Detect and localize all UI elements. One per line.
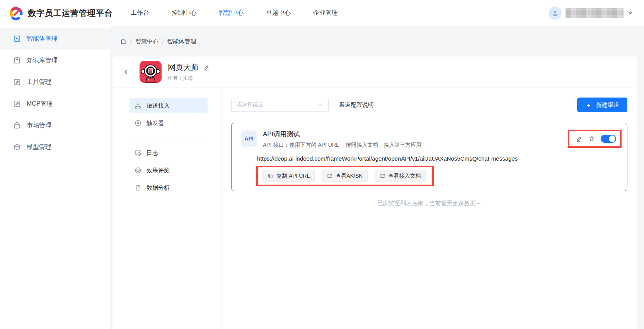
topnav-item-workbench[interactable]: 工作台 bbox=[131, 9, 149, 17]
copy-api-url-button[interactable]: 复制 API URL bbox=[262, 170, 315, 182]
list-end-note: 已浏览至列表底部，当前暂无更多数据～ bbox=[231, 200, 627, 207]
submenu-item-trigger[interactable]: 触发器 bbox=[129, 116, 208, 130]
sidebar-item-tool-management[interactable]: 工具管理 bbox=[0, 71, 110, 93]
chevron-down-icon bbox=[318, 102, 324, 108]
external-link-icon bbox=[380, 173, 385, 179]
brand: 数字员工运营管理平台 bbox=[9, 5, 113, 21]
new-channel-button-label: 新建渠道 bbox=[596, 101, 619, 109]
channel-enable-toggle[interactable] bbox=[601, 135, 616, 143]
external-link-icon bbox=[327, 173, 332, 179]
main-panel: 网页大师 作者：拓海 bbox=[112, 57, 637, 329]
api-badge: API bbox=[241, 130, 257, 147]
knowledge-icon bbox=[13, 57, 21, 64]
top-bar: 数字员工运营管理平台 工作台 控制中心 智慧中心 卓越中心 企业管理 bbox=[0, 0, 644, 26]
agent-name: 网页大师 bbox=[168, 62, 199, 73]
eval-icon bbox=[135, 167, 141, 174]
channel-select-placeholder: 请选择渠道 bbox=[236, 101, 318, 108]
channel-submenu: 渠道接入 触发器 bbox=[112, 87, 221, 329]
topnav-item-wisdom-center[interactable]: 智慧中心 bbox=[219, 9, 244, 17]
model-icon bbox=[13, 143, 21, 151]
sidebar-item-knowledge-base[interactable]: 知识库管理 bbox=[0, 50, 110, 71]
submenu-divider bbox=[129, 137, 208, 137]
channel-card-description: API 接口：使用下方的 API URL ，按照接入文档，接入第三方应用 bbox=[263, 142, 421, 149]
app-title: 数字员工运营管理平台 bbox=[28, 8, 113, 19]
chevron-down-icon bbox=[627, 10, 633, 16]
agent-icon bbox=[13, 35, 21, 43]
tool-icon bbox=[13, 78, 21, 86]
card-actions-annotation-box bbox=[568, 130, 622, 148]
sidebar-item-agent-management[interactable]: 智能体管理 bbox=[0, 28, 110, 50]
breadcrumb: / 智慧中心 / 智能体管理 bbox=[112, 26, 637, 57]
back-button[interactable] bbox=[123, 69, 129, 75]
channel-main: 请选择渠道 渠道配置说明 ＋ 新建渠道 bbox=[221, 87, 637, 329]
log-icon bbox=[135, 149, 141, 156]
submenu-item-logs[interactable]: 日志 bbox=[129, 146, 208, 160]
sidebar-item-label: 市场管理 bbox=[27, 122, 51, 130]
view-ak-sk-label: 查看AK/SK bbox=[336, 173, 362, 180]
toolbar-divider bbox=[334, 100, 334, 110]
user-avatar bbox=[549, 7, 562, 20]
top-nav: 工作台 控制中心 智慧中心 卓越中心 企业管理 bbox=[131, 9, 338, 17]
agent-header: 网页大师 作者：拓海 bbox=[112, 57, 637, 87]
submenu-item-channel-access[interactable]: 渠道接入 bbox=[129, 98, 208, 113]
market-icon bbox=[13, 122, 21, 129]
new-channel-button[interactable]: ＋ 新建渠道 bbox=[577, 98, 627, 112]
sidebar-item-label: 知识库管理 bbox=[27, 57, 58, 65]
user-menu[interactable] bbox=[549, 7, 633, 20]
content-area: / 智慧中心 / 智能体管理 bbox=[110, 26, 644, 329]
mcp-icon bbox=[13, 100, 21, 108]
sidebar-item-market-management[interactable]: 市场管理 bbox=[0, 115, 110, 136]
topnav-item-enterprise[interactable]: 企业管理 bbox=[313, 9, 338, 17]
sidebar-item-mcp-management[interactable]: MCP管理 bbox=[0, 93, 110, 115]
home-icon[interactable] bbox=[120, 38, 127, 45]
channel-select[interactable]: 请选择渠道 bbox=[231, 98, 329, 112]
view-access-doc-button[interactable]: 查看接入文档 bbox=[375, 170, 426, 182]
submenu-item-label: 效果评测 bbox=[147, 167, 170, 174]
plus-icon: ＋ bbox=[585, 102, 592, 108]
api-channel-card: API API调用测试 API 接口：使用下方的 API URL ，按照接入文档… bbox=[231, 123, 627, 191]
copy-icon bbox=[267, 173, 273, 179]
sidebar-item-model-management[interactable]: 模型管理 bbox=[0, 136, 110, 158]
person-icon bbox=[551, 9, 559, 17]
user-name-masked bbox=[566, 8, 624, 18]
edit-channel-button[interactable] bbox=[576, 135, 583, 142]
submenu-item-label: 日志 bbox=[147, 149, 158, 157]
delete-channel-button[interactable] bbox=[588, 135, 595, 142]
channel-card-title: API调用测试 bbox=[263, 130, 421, 139]
sidebar-item-label: MCP管理 bbox=[27, 100, 53, 108]
app-logo-icon bbox=[9, 5, 24, 21]
copy-api-url-label: 复制 API URL bbox=[276, 173, 310, 180]
breadcrumb-item-wisdom-center[interactable]: 智慧中心 bbox=[135, 38, 158, 45]
breadcrumb-item-agent-management: 智能体管理 bbox=[167, 38, 196, 45]
sidebar-item-label: 模型管理 bbox=[27, 143, 51, 151]
submenu-item-label: 渠道接入 bbox=[147, 102, 170, 110]
sidebar-item-label: 工具管理 bbox=[27, 78, 51, 86]
submenu-item-label: 数据分析 bbox=[147, 184, 170, 192]
submenu-item-evaluation[interactable]: 效果评测 bbox=[129, 163, 208, 178]
submenu-item-label: 触发器 bbox=[147, 120, 164, 127]
sidebar-item-label: 智能体管理 bbox=[27, 35, 58, 43]
topnav-item-excellence-center[interactable]: 卓越中心 bbox=[266, 9, 291, 17]
topnav-item-control-center[interactable]: 控制中心 bbox=[172, 9, 196, 17]
submenu-item-data-analysis[interactable]: 数据分析 bbox=[129, 180, 208, 195]
channel-toolbar: 请选择渠道 渠道配置说明 ＋ 新建渠道 bbox=[231, 98, 627, 112]
breadcrumb-separator: / bbox=[130, 38, 132, 45]
channel-icon bbox=[135, 102, 141, 109]
left-sidebar: 智能体管理 知识库管理 工具管理 bbox=[0, 26, 110, 329]
agent-author: 作者：拓海 bbox=[168, 75, 210, 82]
view-access-doc-label: 查看接入文档 bbox=[388, 173, 421, 180]
analysis-icon bbox=[135, 184, 141, 191]
view-ak-sk-button[interactable]: 查看AK/SK bbox=[322, 170, 367, 182]
trigger-icon bbox=[135, 120, 141, 127]
channel-config-doc-link[interactable]: 渠道配置说明 bbox=[339, 101, 374, 109]
api-buttons-annotation-box: 复制 API URL 查看AK/SK bbox=[256, 166, 434, 186]
pencil-icon[interactable] bbox=[203, 64, 210, 71]
agent-avatar bbox=[140, 61, 162, 83]
api-url-text: https://deop.ai-indeed.com/frameWorkPort… bbox=[257, 155, 622, 162]
breadcrumb-separator: / bbox=[162, 38, 164, 45]
